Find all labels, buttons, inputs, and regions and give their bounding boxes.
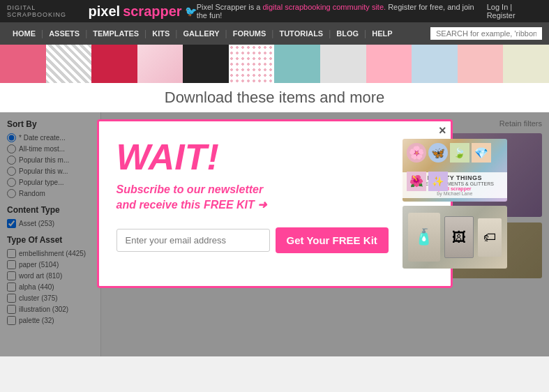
main-nav: HOME | ASSETS | TEMPLATES | KITS | GALLE… (0, 22, 549, 45)
modal-overlay: × WAIT! Subscribe to our newsletterand r… (0, 112, 549, 356)
top-bar: DIGITAL SCRAPBOOKING pixel scrapper 🐦 Pi… (0, 0, 549, 22)
modal: × WAIT! Subscribe to our newsletterand r… (97, 119, 453, 288)
page-title: Download these items and more (6, 89, 543, 107)
modal-subtitle: Subscribe to our newsletterand receive t… (116, 182, 389, 213)
kit-flower-icon: 🌸 (407, 143, 426, 163)
hero-cell-1 (0, 45, 46, 83)
community-link[interactable]: digital scrapbooking community site. (262, 3, 386, 11)
kit-bottle-icon: 🧴 (408, 213, 440, 262)
kit-frame-icon: 🖼 (444, 216, 474, 258)
search-container (430, 27, 542, 40)
nav-assets[interactable]: ASSETS (43, 29, 85, 38)
modal-close-button[interactable]: × (439, 124, 446, 137)
logo-pixel: pixel (89, 3, 121, 20)
nav-gallery[interactable]: GALLERY (177, 29, 225, 38)
login-link[interactable]: Log In (487, 3, 509, 11)
hero-cell-2 (46, 45, 92, 83)
kit-star-icon: ✨ (428, 172, 448, 191)
nav-help[interactable]: HELP (366, 29, 398, 38)
register-link[interactable]: Register (487, 11, 516, 20)
kit-flower2-icon: 🌺 (407, 172, 426, 191)
email-input[interactable] (116, 229, 270, 252)
logo: DIGITAL SCRAPBOOKING pixel scrapper 🐦 (7, 3, 197, 20)
logo-scrapper: scrapper (123, 3, 182, 20)
hero-cell-3 (91, 45, 137, 83)
nav-forums[interactable]: FORUMS (227, 29, 272, 38)
logo-bird-icon: 🐦 (185, 6, 197, 17)
logo-superscript: DIGITAL SCRAPBOOKING (7, 4, 86, 18)
hero-cell-9 (366, 45, 412, 83)
hero-cell-6 (229, 45, 275, 83)
kit-leaf-icon: 🍃 (450, 143, 469, 163)
main-content: Sort By * Date create... All-time most..… (0, 112, 549, 356)
hero-cell-8 (320, 45, 366, 83)
nav-tutorials[interactable]: TUTORIALS (273, 29, 329, 38)
hero-strip (0, 45, 549, 83)
hero-cell-10 (412, 45, 458, 83)
hero-cell-4 (137, 45, 183, 83)
kit-tag-icon: 🏷 (478, 218, 502, 257)
modal-wait-text: WAIT! (116, 139, 389, 175)
kit-butterfly-icon: 🦋 (428, 143, 448, 163)
tagline: Pixel Scrapper is a digital scrapbooking… (197, 3, 484, 20)
nav-blog[interactable]: BLOG (331, 29, 364, 38)
nav-home[interactable]: HOME (7, 29, 41, 38)
page-title-bar: Download these items and more (0, 83, 549, 112)
top-bar-links: Log In | Register (484, 3, 542, 20)
get-free-kit-button[interactable]: Get Your FREE Kit (276, 227, 389, 253)
search-input[interactable] (430, 27, 542, 40)
kit-image-top: 🌸 🦋 🍃 💎 🌺 ✨ PRETTY THINGS PAPERS, ELEMEN… (403, 139, 507, 202)
modal-kit-images: 🌸 🦋 🍃 💎 🌺 ✨ PRETTY THINGS PAPERS, ELEMEN… (403, 139, 507, 269)
modal-left: WAIT! Subscribe to our newsletterand rec… (116, 139, 389, 253)
kit-image-bottom: 🧴 🖼 🏷 (403, 206, 507, 269)
nav-kits[interactable]: KITS (146, 29, 175, 38)
kit-decor: 🌸 🦋 🍃 💎 🌺 ✨ (403, 139, 507, 202)
hero-cell-11 (458, 45, 504, 83)
hero-cell-12 (503, 45, 549, 83)
nav-templates[interactable]: TEMPLATES (87, 29, 144, 38)
hero-cell-7 (274, 45, 320, 83)
kit-gem-icon: 💎 (472, 143, 491, 163)
hero-cell-5 (183, 45, 229, 83)
modal-form: Get Your FREE Kit (116, 227, 389, 253)
